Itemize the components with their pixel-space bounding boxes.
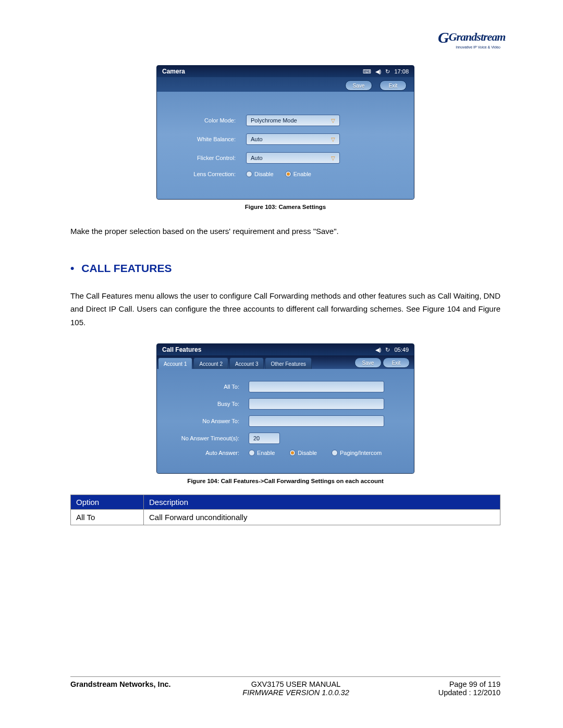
logo-brand-text: Grandstream [449,30,506,43]
figure-104-caption: Figure 104: Call Features->Call Forwardi… [70,478,500,484]
footer-title: GXV3175 USER MANUAL [195,680,396,688]
exit-button[interactable]: Exit [380,80,407,91]
camera-titlebar: Camera ⌨ ◀) ↻ 17:08 [157,66,414,77]
td-option: All To [71,510,144,525]
auto-answer-enable-radio[interactable]: Enable [249,450,275,456]
all-to-input[interactable] [249,381,384,392]
volume-icon: ◀) [375,68,382,75]
auto-answer-paging-radio[interactable]: Paging/Intercom [332,450,382,456]
save-button[interactable]: Save [345,80,372,91]
clock-text: 17:08 [394,68,409,75]
clock-text: 05:49 [394,347,409,353]
timeout-label: No Answer Timeout(s): [165,435,249,441]
tab-other-features[interactable]: Other Features [265,357,311,369]
footer-firmware: FIRMWARE VERSION 1.0.0.32 [195,688,396,697]
footer-page: Page 99 of 119 [396,680,500,688]
paging-label: Paging/Intercom [340,450,382,456]
flicker-select[interactable]: Auto ▽ [246,152,340,164]
page-footer: Grandstream Networks, Inc. GXV3175 USER … [70,676,500,697]
radio-icon [285,171,291,177]
busy-to-input[interactable] [249,398,384,410]
lens-disable-label: Disable [254,171,274,177]
enable-label: Enable [257,450,275,456]
table-row: All To Call Forward unconditionally [71,510,500,525]
refresh-icon: ↻ [385,68,390,75]
call-features-heading: CALL FEATURES [70,262,500,275]
callfeatures-body: All To: Busy To: No Answer To: No Answer… [157,369,414,473]
lens-enable-radio[interactable]: Enable [285,171,311,177]
lens-label: Lens Correction: [165,171,246,177]
options-table: Option Description All To Call Forward u… [70,495,500,525]
radio-icon [246,171,252,177]
white-balance-value: Auto [251,136,263,142]
volume-icon: ◀) [375,347,382,353]
auto-answer-disable-radio[interactable]: Disable [289,450,317,456]
radio-icon [332,450,338,456]
white-balance-select[interactable]: Auto ▽ [246,133,340,145]
status-bar: ⌨ ◀) ↻ 17:08 [363,68,409,75]
chevron-down-icon: ▽ [331,137,335,142]
td-description: Call Forward unconditionally [144,510,500,525]
chevron-down-icon: ▽ [331,118,335,124]
radio-icon [289,450,296,456]
paragraph-1: Make the proper selection based on the u… [70,225,500,238]
white-balance-label: White Balance: [165,136,246,142]
timeout-input[interactable]: 20 [249,433,280,444]
disable-label: Disable [298,450,317,456]
flicker-value: Auto [251,155,263,161]
callfeatures-title: Call Features [162,346,201,353]
auto-answer-label: Auto Answer: [165,450,249,456]
no-answer-to-input[interactable] [249,415,384,427]
color-mode-label: Color Mode: [165,117,246,124]
radio-icon [249,450,255,456]
all-to-label: All To: [165,384,249,390]
account-tabs: Account 1 Account 2 Account 3 Other Feat… [157,355,414,369]
brand-logo: GGrandstream Innovative IP Voice & Video [438,29,500,60]
lens-enable-label: Enable [293,171,311,177]
paragraph-2: The Call Features menu allows the user t… [70,289,500,329]
busy-to-label: Busy To: [165,401,249,407]
color-mode-value: Polychrome Mode [251,117,297,124]
camera-body: Color Mode: Polychrome Mode ▽ White Bala… [157,92,414,199]
logo-tagline: Innovative IP Voice & Video [438,45,500,49]
tab-account-1[interactable]: Account 1 [158,357,192,369]
exit-button[interactable]: Exit [383,357,410,368]
figure-103-caption: Figure 103: Camera Settings [70,204,500,210]
figure-103-screenshot: Camera ⌨ ◀) ↻ 17:08 Save Exit Color Mode… [156,65,414,200]
chevron-down-icon: ▽ [331,155,335,161]
lens-disable-radio[interactable]: Disable [246,171,274,177]
tab-account-2[interactable]: Account 2 [193,357,228,369]
color-mode-select[interactable]: Polychrome Mode ▽ [246,115,340,126]
th-description: Description [144,495,500,510]
refresh-icon: ↻ [385,347,390,353]
footer-updated: Updated : 12/2010 [396,688,500,697]
camera-toolbar: Save Exit [157,77,414,92]
no-answer-to-label: No Answer To: [165,418,249,424]
flicker-label: Flicker Control: [165,155,246,161]
footer-company: Grandstream Networks, Inc. [70,680,195,697]
tab-account-3[interactable]: Account 3 [229,357,264,369]
callfeatures-titlebar: Call Features ◀) ↻ 05:49 [157,344,414,355]
figure-104-screenshot: Call Features ◀) ↻ 05:49 Account 1 Accou… [156,343,414,474]
camera-title: Camera [162,68,185,75]
keyboard-icon: ⌨ [363,68,371,75]
save-button[interactable]: Save [354,357,382,368]
status-bar: ◀) ↻ 05:49 [375,347,409,353]
th-option: Option [71,495,144,510]
